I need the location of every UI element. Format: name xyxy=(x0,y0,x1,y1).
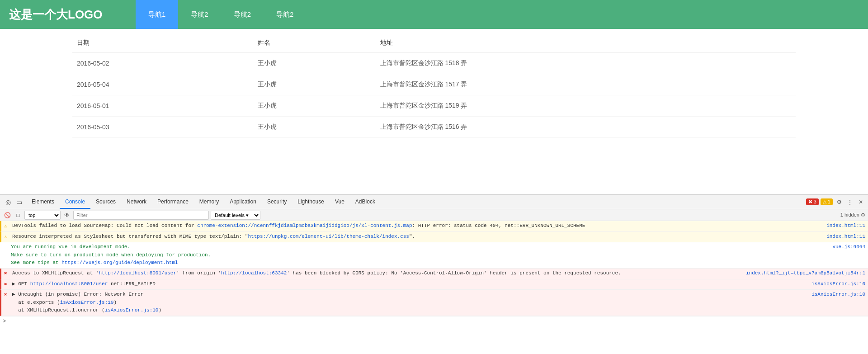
tab-sources[interactable]: Sources xyxy=(90,195,121,209)
console-message-3: You are running Vue in development mode.… xyxy=(0,242,868,269)
nav-item-2[interactable]: 导航2 xyxy=(178,0,221,29)
settings-button[interactable]: ⚙ xyxy=(835,198,844,207)
console-message-5: ✖ ▶ GET http://localhost:8001/user net::… xyxy=(0,279,868,290)
console-text-1: DevTools failed to load SourceMap: Could… xyxy=(12,222,822,230)
tab-security[interactable]: Security xyxy=(262,195,292,209)
data-table: 日期 姓名 地址 2016-05-02 王小虎 上海市普陀区金沙江路 1518 … xyxy=(72,33,796,138)
main-app: 这是一个大LOGO 导航1 导航2 导航2 导航2 日期 姓名 地址 2016-… xyxy=(0,0,868,194)
source-link-6[interactable]: isAxiosError.js:10 xyxy=(811,291,865,299)
nav-item-4[interactable]: 导航2 xyxy=(264,0,306,29)
source-link-4[interactable]: index.html?_ijt=tbpo_v7am8p5alvotji54r:1 xyxy=(746,269,865,278)
device-toggle-button[interactable]: ▭ xyxy=(14,197,24,208)
console-text-2: Resource interpreted as Stylesheet but t… xyxy=(12,233,822,241)
console-content: ⚠ DevTools failed to load SourceMap: Cou… xyxy=(0,221,868,354)
table-row: 2016-05-02 王小虎 上海市普陀区金沙江路 1518 弄 xyxy=(72,53,796,74)
console-message-6: ✖ ▶ Uncaught (in promise) Error: Network… xyxy=(0,290,868,316)
source-link-2[interactable]: index.html:11 xyxy=(826,233,865,241)
console-message-2: ⚠ Resource interpreted as Stylesheet but… xyxy=(0,232,868,243)
localhost-63342-link[interactable]: http://localhost:63342 xyxy=(221,270,287,276)
error-icon-1: ✖ xyxy=(4,270,10,278)
context-select[interactable]: top xyxy=(24,211,61,220)
tab-performance[interactable]: Performance xyxy=(152,195,194,209)
tab-console[interactable]: Console xyxy=(60,195,90,209)
nav-item-3[interactable]: 导航2 xyxy=(221,0,264,29)
tab-application[interactable]: Application xyxy=(224,195,262,209)
console-text-3: You are running Vue in development mode.… xyxy=(11,243,828,267)
isaxios-link-2[interactable]: isAxiosError.js:10 xyxy=(105,307,159,313)
vuejs-link[interactable]: https://vuejs.org/guide/deployment.html xyxy=(61,260,178,265)
console-text-6: ▶ Uncaught (in promise) Error: Network E… xyxy=(12,291,807,315)
console-input[interactable] xyxy=(9,319,865,325)
tab-memory[interactable]: Memory xyxy=(194,195,224,209)
devtools-right-controls: ✖ 3 △ 1 ⚙ ⋮ ✕ xyxy=(806,198,865,207)
source-link-1[interactable]: index.html:11 xyxy=(826,222,865,230)
tab-network[interactable]: Network xyxy=(121,195,152,209)
cell-name: 王小虎 xyxy=(253,95,376,117)
more-options-button[interactable]: ⋮ xyxy=(845,198,854,207)
console-toolbar: 🚫 □ top 👁 Default levels ▾ 1 hidden ⚙ xyxy=(0,209,868,221)
toggle-drawer-button[interactable]: □ xyxy=(14,211,23,220)
console-prompt: > xyxy=(3,317,6,326)
unpkg-link[interactable]: https://unpkg.com/element-ui/lib/theme-c… xyxy=(248,234,409,239)
tab-vue[interactable]: Vue xyxy=(330,195,350,209)
hidden-count: 1 hidden ⚙ xyxy=(840,212,865,218)
inspect-element-button[interactable]: ◎ xyxy=(3,197,14,208)
warn-icon: ⚠ xyxy=(4,222,10,231)
clear-console-button[interactable]: 🚫 xyxy=(3,211,12,220)
cell-date: 2016-05-03 xyxy=(72,117,253,138)
devtools-panel: ◎ ▭ Elements Console Sources Network Per… xyxy=(0,194,868,354)
cell-address: 上海市普陀区金沙江路 1519 弄 xyxy=(376,95,796,117)
cell-address: 上海市普陀区金沙江路 1517 弄 xyxy=(376,74,796,95)
close-devtools-button[interactable]: ✕ xyxy=(856,198,865,207)
col-header-name: 姓名 xyxy=(253,33,376,53)
cell-name: 王小虎 xyxy=(253,117,376,138)
table-row: 2016-05-04 王小虎 上海市普陀区金沙江路 1517 弄 xyxy=(72,74,796,95)
warn-icon-2: ⚠ xyxy=(4,233,10,241)
source-link-3[interactable]: vue.js:9064 xyxy=(832,243,865,251)
cell-date: 2016-05-04 xyxy=(72,74,253,95)
cell-date: 2016-05-02 xyxy=(72,53,253,74)
error-icon-3: ✖ xyxy=(4,291,10,299)
cell-address: 上海市普陀区金沙江路 1518 弄 xyxy=(376,53,796,74)
tab-elements[interactable]: Elements xyxy=(26,195,60,209)
tab-adblock[interactable]: AdBlock xyxy=(350,195,381,209)
console-text-5: ▶ GET http://localhost:8001/user net::ER… xyxy=(12,280,807,288)
cell-name: 王小虎 xyxy=(253,74,376,95)
table-row: 2016-05-03 王小虎 上海市普陀区金沙江路 1516 弄 xyxy=(72,117,796,138)
console-input-line: > xyxy=(0,316,868,327)
error-icon-2: ✖ xyxy=(4,281,10,289)
app-logo: 这是一个大LOGO xyxy=(9,7,108,23)
console-filter-input[interactable] xyxy=(73,211,209,220)
tab-lighthouse[interactable]: Lighthouse xyxy=(292,195,330,209)
console-message-4: ✖ Access to XMLHttpRequest at 'http://lo… xyxy=(0,269,868,279)
col-header-date: 日期 xyxy=(72,33,253,53)
col-header-address: 地址 xyxy=(376,33,796,53)
nav-item-1[interactable]: 导航1 xyxy=(136,0,178,29)
console-text-4: Access to XMLHttpRequest at 'http://loca… xyxy=(12,269,741,278)
console-message-1: ⚠ DevTools failed to load SourceMap: Cou… xyxy=(0,221,868,232)
eye-button[interactable]: 👁 xyxy=(62,211,71,220)
localhost-8001-link[interactable]: http://localhost:8001/user xyxy=(99,270,176,276)
isaxios-link-1[interactable]: isAxiosError.js:10 xyxy=(60,300,114,305)
warn-count-badge: △ 1 xyxy=(821,198,833,205)
log-levels-select[interactable]: Default levels ▾ xyxy=(211,211,260,220)
source-link-5[interactable]: isAxiosError.js:10 xyxy=(811,280,865,288)
get-request-link[interactable]: http://localhost:8001/user xyxy=(30,281,108,287)
devtools-top-toolbar: ◎ ▭ Elements Console Sources Network Per… xyxy=(0,195,868,209)
cell-name: 王小虎 xyxy=(253,53,376,74)
devtools-tabs: Elements Console Sources Network Perform… xyxy=(24,195,806,209)
nav-header: 这是一个大LOGO 导航1 导航2 导航2 导航2 xyxy=(0,0,868,29)
error-count-badge: ✖ 3 xyxy=(806,198,819,205)
cell-address: 上海市普陀区金沙江路 1516 弄 xyxy=(376,117,796,138)
table-area: 日期 姓名 地址 2016-05-02 王小虎 上海市普陀区金沙江路 1518 … xyxy=(0,29,868,142)
cell-date: 2016-05-01 xyxy=(72,95,253,117)
table-row: 2016-05-01 王小虎 上海市普陀区金沙江路 1519 弄 xyxy=(72,95,796,117)
sourcemap-link[interactable]: chrome-extension://ncennffkjdiamlpmcba3k… xyxy=(197,223,412,228)
nav-menu: 导航1 导航2 导航2 导航2 xyxy=(136,0,306,29)
